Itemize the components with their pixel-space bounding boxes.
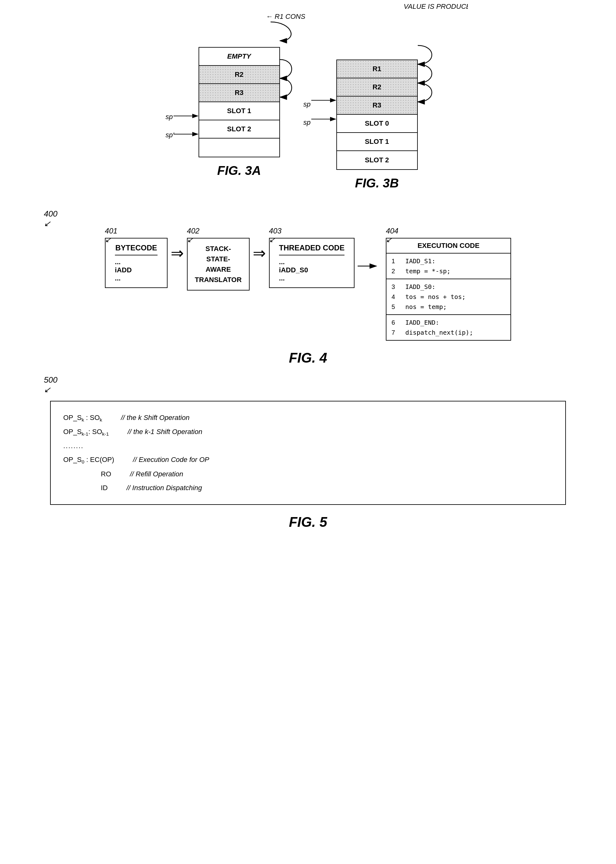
fig4-line1-num: 1: [391, 256, 399, 266]
fig3a-spprime-label: sp': [166, 131, 174, 139]
fig3b-sp-label1: sp: [303, 100, 311, 109]
fig4-ref-400: 400↙: [44, 209, 591, 229]
fig5-box: OP_Sk : SOk // the k Shift Operation OP_…: [50, 401, 566, 505]
fig4-threaded-label: THREADED CODE: [279, 243, 344, 255]
fig5-row-dots: ........: [63, 439, 553, 453]
fig4-box-threaded: THREADED CODE ... iADD_S0 ...: [269, 238, 355, 288]
fig5-id: ID: [63, 481, 108, 495]
fig3a-sp-label: sp: [166, 113, 173, 121]
fig4-exec-section-2: 3 IADD_S0: 4 tos = nos + tos; 5 nos = te…: [387, 279, 511, 315]
svg-text:← R1 CONSUMED: ← R1 CONSUMED: [266, 13, 305, 20]
fig5-comment-4: // Refill Operation: [130, 467, 183, 481]
fig3b-stack: R1 R2 R3 SLOT 0 SLOT 1 SLOT 2: [336, 60, 418, 170]
fig4-line3-code: IADD_S0:: [405, 282, 435, 292]
fig5-row-5: ID // Instruction Dispatching: [63, 481, 553, 495]
fig4-line6-num: 6: [391, 317, 399, 328]
fig4-line3-num: 3: [391, 282, 399, 292]
fig4-box-403-wrapper: 403↙ THREADED CODE ... iADD_S0 ...: [269, 238, 355, 288]
fig3b-cell-slot2: SLOT 2: [337, 151, 417, 169]
fig5-row-1: OP_Sk : SOk // the k Shift Operation: [63, 411, 553, 425]
fig4-threaded-iadd: iADD_S0: [279, 266, 344, 274]
fig3b-cell-r2: R2: [337, 78, 417, 96]
fig4-line1-code: IADD_S1:: [405, 256, 435, 266]
fig3a-cell-bottom: [199, 139, 279, 157]
fig4-line2-num: 2: [391, 266, 399, 276]
fig3-row: ← R1 CONSUMED: [25, 25, 591, 190]
fig4-line5-code: nos = temp;: [405, 302, 446, 312]
fig5-section: 500↙ OP_Sk : SOk // the k Shift Operatio…: [25, 375, 591, 530]
fig5-comment-1: // the k Shift Operation: [121, 411, 190, 425]
fig4-translator-label: STACK-STATE-AWARETRANSLATOR: [194, 243, 243, 285]
fig5-comment-2: // the k-1 Shift Operation: [128, 425, 202, 439]
fig4-row: 401↙ BYTECODE ... iADD ... ⇒ 402↙ STACK-…: [25, 238, 591, 341]
fig3a-cell-slot1: SLOT 1: [199, 102, 279, 120]
fig4-exec-section-1: 1 IADD_S1: 2 temp = *-sp;: [387, 254, 511, 279]
fig3a-cell-r2: R2: [199, 66, 279, 84]
fig4-box-401-wrapper: 401↙ BYTECODE ... iADD ...: [105, 238, 168, 288]
fig4-box-translator: STACK-STATE-AWARETRANSLATOR: [187, 238, 250, 290]
fig4-line4-num: 4: [391, 292, 399, 302]
fig4-arrow-2: ⇒: [250, 244, 269, 262]
fig3b-cell-r3: R3: [337, 96, 417, 115]
fig5-op-sk1: OP_Sk-1: SOk-1: [63, 425, 109, 439]
fig4-exec-section-3: 6 IADD_END: 7 dispatch_next(ip);: [387, 315, 511, 340]
fig3b-container: NEW TOP-OF-STACK VALUE IS PRODUCED sp sp…: [336, 25, 418, 190]
fig4-connector: [355, 257, 386, 276]
fig3b-cell-slot1: SLOT 1: [337, 133, 417, 151]
fig4-threaded-ellipsis2: ...: [279, 274, 344, 282]
fig5-ref-500: 500↙: [44, 375, 591, 394]
fig3a-cell-r3: R3: [199, 84, 279, 102]
fig4-box-execution: EXECUTION CODE 1 IADD_S1: 2 temp = *-sp;: [386, 238, 511, 341]
fig5-op-sk: OP_Sk : SOk: [63, 411, 102, 425]
fig5-row-4: RO // Refill Operation: [63, 467, 553, 481]
fig5-row-3: OP_S0 : EC(OP) // Execution Code for OP: [63, 453, 553, 467]
svg-text:NEW TOP-OF-STACK: NEW TOP-OF-STACK: [404, 0, 468, 2]
fig4-line7-num: 7: [391, 328, 399, 337]
svg-text:VALUE IS PRODUCED: VALUE IS PRODUCED: [404, 3, 468, 10]
fig3a-stack: EMPTY R2 R3 SLOT 1 SLOT 2: [198, 47, 280, 157]
fig3a-container: ← R1 CONSUMED: [198, 25, 280, 190]
fig5-ro: RO: [63, 467, 111, 481]
fig4-line2-code: temp = *-sp;: [405, 266, 451, 276]
page: ← R1 CONSUMED: [0, 0, 616, 864]
fig4-section: 400↙ 401↙ BYTECODE ... iADD ... ⇒ 402↙ S…: [25, 209, 591, 366]
fig4-bytecode-ellipsis1: ...: [115, 258, 157, 266]
fig3b-cell-slot0: SLOT 0: [337, 115, 417, 133]
fig5-title: FIG. 5: [25, 514, 591, 530]
fig5-row-2: OP_Sk-1: SOk-1 // the k-1 Shift Operatio…: [63, 425, 553, 439]
fig4-box-404-wrapper: 404↙ EXECUTION CODE 1 IADD_S1: 2 temp = …: [386, 238, 511, 341]
fig3a-cell-slot2: SLOT 2: [199, 120, 279, 139]
fig3b-cell-r1: R1: [337, 60, 417, 78]
fig4-arrow-1: ⇒: [168, 244, 187, 262]
fig5-op-s0-ec: OP_S0 : EC(OP): [63, 453, 114, 467]
fig4-threaded-ellipsis1: ...: [279, 258, 344, 266]
fig3a-cell-empty: EMPTY: [199, 47, 279, 66]
fig5-dots: ........: [63, 439, 83, 453]
fig5-comment-3: // Execution Code for OP: [133, 453, 209, 467]
fig3b-title: FIG. 3B: [355, 176, 399, 190]
fig4-bytecode-ellipsis2: ...: [115, 274, 157, 282]
fig4-title: FIG. 4: [25, 350, 591, 366]
fig3a-title: FIG. 3A: [217, 164, 261, 178]
fig4-box-bytecode: BYTECODE ... iADD ...: [105, 238, 168, 288]
fig4-box-402-wrapper: 402↙ STACK-STATE-AWARETRANSLATOR: [187, 238, 250, 290]
fig4-execution-header: EXECUTION CODE: [387, 238, 511, 254]
fig4-line6-code: IADD_END:: [405, 317, 439, 328]
fig3b-sp-label2: sp: [303, 118, 311, 127]
fig4-line4-code: tos = nos + tos;: [405, 292, 466, 302]
fig5-comment-5: // Instruction Dispatching: [127, 481, 202, 495]
fig4-line5-num: 5: [391, 302, 399, 312]
fig4-bytecode-iadd: iADD: [115, 266, 157, 274]
fig4-line7-code: dispatch_next(ip);: [405, 328, 473, 337]
fig4-bytecode-label: BYTECODE: [115, 243, 157, 255]
